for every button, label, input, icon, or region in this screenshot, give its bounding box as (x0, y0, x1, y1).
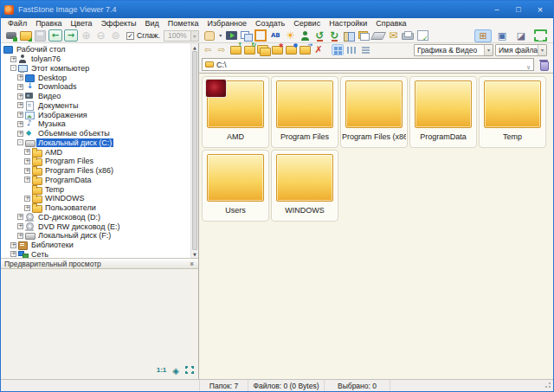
folder-history-icon[interactable] (271, 44, 283, 55)
tree-item[interactable]: +Библиотеки (3, 241, 189, 250)
folder-thumbnail[interactable]: Users (202, 150, 269, 222)
expand-toggle[interactable]: + (17, 84, 23, 90)
zoom-dropdown-icon[interactable] (190, 31, 198, 41)
scroll-thumb[interactable] (192, 51, 197, 250)
maximize-button[interactable]: □ (512, 3, 525, 16)
expand-toggle[interactable]: + (10, 251, 16, 257)
zoom-select[interactable]: 100% (164, 30, 199, 42)
tree-item[interactable]: +Изображения (3, 110, 189, 119)
tree-item[interactable]: -Этот компьютер (3, 64, 189, 74)
tree-item[interactable]: +CD-дисковод (D:) (3, 213, 189, 222)
browser-mode-button[interactable] (474, 29, 492, 42)
folder-thumbnail[interactable]: Program Files (271, 76, 338, 148)
details-view-icon[interactable] (345, 44, 358, 55)
previous-image-icon[interactable]: ← (48, 29, 62, 42)
expand-toggle[interactable]: + (24, 205, 30, 211)
tree-item[interactable]: +Объемные объекты (3, 129, 189, 138)
screen-capture-icon[interactable] (357, 29, 371, 42)
delete-icon[interactable]: ✗ (312, 44, 325, 55)
sort-dropdown-icon[interactable] (538, 45, 546, 55)
filter-dropdown-icon[interactable] (484, 45, 493, 55)
hand-tool-menu-icon[interactable]: ▾ (217, 29, 224, 42)
network-folder-icon[interactable] (285, 44, 297, 55)
forward-icon[interactable]: ⇨ (216, 44, 228, 55)
acquire-camera-icon[interactable] (3, 29, 18, 42)
expand-toggle[interactable]: - (17, 139, 23, 145)
tree-item[interactable]: +DVD RW дисковод (E:) (3, 222, 189, 231)
menu-item-3[interactable]: Эффекты (97, 19, 141, 28)
batch-rename-icon[interactable]: AB (268, 29, 283, 42)
expand-toggle[interactable]: + (24, 177, 30, 183)
expand-toggle[interactable]: + (17, 223, 23, 229)
smooth-checkbox[interactable] (126, 32, 134, 40)
menu-item-0[interactable]: Файл (3, 19, 31, 28)
preview-header[interactable]: Предварительный просмотр (1, 258, 198, 269)
copy-move-icon[interactable] (239, 29, 254, 42)
tree-item[interactable]: +ProgramData (3, 176, 189, 185)
fullscreen-button[interactable] (531, 29, 549, 42)
expand-toggle[interactable]: + (10, 242, 16, 248)
expand-toggle[interactable]: + (17, 74, 23, 80)
folder-thumbnail[interactable]: AMD (202, 76, 269, 148)
menu-item-8[interactable]: Сервис (289, 19, 325, 28)
menu-item-10[interactable]: Справка (371, 19, 410, 28)
folder-thumbnail[interactable]: WINDOWS (271, 150, 338, 222)
folder-thumbnail[interactable]: Temp (479, 76, 546, 148)
crop-board-icon[interactable] (254, 29, 268, 42)
tree-item[interactable]: Temp (3, 184, 189, 194)
tree-item[interactable]: +Видео (3, 92, 189, 101)
email-icon[interactable]: ✉ (386, 29, 401, 42)
compare-images-icon[interactable] (342, 29, 357, 42)
rotate-left-icon[interactable]: ↺ (312, 29, 327, 42)
folder-thumbnail[interactable]: ProgramData (409, 76, 477, 148)
tree-item[interactable]: +AMD (3, 147, 189, 157)
preview-fullscreen-icon[interactable] (185, 366, 194, 374)
viewer-mode-button[interactable] (512, 29, 530, 42)
save-as-icon[interactable] (33, 29, 48, 42)
menu-item-5[interactable]: Пометка (164, 19, 203, 28)
hand-tool-icon[interactable] (203, 29, 217, 42)
tree-item[interactable]: +WINDOWS (3, 194, 189, 203)
tree-item[interactable]: +Desktop (3, 73, 189, 82)
expand-toggle[interactable]: + (17, 93, 23, 100)
adjust-colors-icon[interactable]: ☀ (283, 29, 298, 42)
minimize-button[interactable]: – (490, 3, 504, 16)
expand-toggle[interactable]: + (17, 233, 23, 239)
expand-toggle[interactable]: + (24, 149, 30, 155)
tree-item[interactable]: +Сеть (3, 250, 189, 259)
refresh-icon[interactable] (243, 44, 255, 55)
title-bar[interactable]: FastStone Image Viewer 7.4 – □ × (1, 1, 553, 18)
expand-toggle[interactable]: + (17, 121, 23, 127)
tree-item[interactable]: +tolyan76 (3, 55, 189, 64)
scanner-icon[interactable] (371, 29, 386, 42)
tree-item[interactable]: +Музыка (3, 119, 189, 129)
menu-item-4[interactable]: Вид (141, 19, 164, 28)
zoom-in-icon[interactable]: ⊕ (79, 29, 93, 42)
folder-thumbnail[interactable]: Program Files (x86) (340, 76, 408, 148)
menu-item-2[interactable]: Цвета (67, 19, 97, 28)
tree-scrollbar[interactable] (190, 43, 198, 258)
close-button[interactable]: × (533, 3, 547, 16)
path-input[interactable]: C:\ (202, 58, 534, 71)
goto-folder-icon[interactable] (299, 44, 311, 55)
expand-toggle[interactable]: + (17, 131, 23, 137)
tree-item[interactable]: -Локальный диск (C:) (3, 138, 189, 148)
tree-item[interactable]: +Downloads (3, 82, 189, 92)
path-dropdown-icon[interactable] (526, 57, 531, 73)
recycle-bin-icon[interactable] (537, 58, 551, 71)
zoom-out-icon[interactable]: ⊖ (93, 29, 108, 42)
slideshow-icon[interactable] (224, 29, 239, 42)
thumbnails-view-icon[interactable] (332, 44, 344, 55)
tree-item[interactable]: +Program Files (x86) (3, 166, 189, 176)
list-view-icon[interactable] (359, 44, 371, 55)
tree-item[interactable]: +Program Files (3, 157, 189, 166)
preview-actual-size-button[interactable]: 1:1 (157, 366, 167, 374)
up-folder-icon[interactable] (229, 44, 242, 55)
favorites-icon[interactable] (257, 44, 269, 55)
expand-toggle[interactable]: + (10, 56, 16, 62)
red-eye-icon[interactable] (298, 29, 312, 42)
expand-toggle[interactable]: + (24, 196, 30, 202)
print-icon[interactable] (401, 29, 416, 42)
menu-item-7[interactable]: Создать (251, 19, 289, 28)
filter-select[interactable]: Графика & Видео (414, 44, 493, 56)
